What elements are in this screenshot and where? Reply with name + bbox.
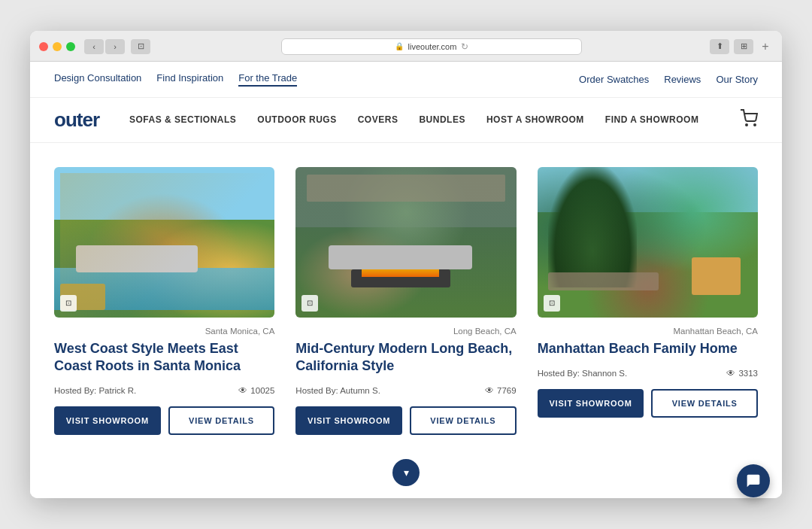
- cards-section: ⊡ Santa Monica, CA West Coast Style Meet…: [30, 143, 782, 454]
- main-nav-find-showroom[interactable]: FIND A SHOWROOM: [605, 114, 699, 125]
- eye-icon-2: 👁: [485, 385, 494, 396]
- showroom-card-3: ⊡ Manhattan Beach, CA Manhattan Beach Fa…: [538, 167, 758, 436]
- eye-icon-3: 👁: [726, 368, 735, 379]
- pergola-element: [307, 175, 505, 202]
- main-nav: outer SOFAS & SECTIONALS OUTDOOR RUGS CO…: [30, 98, 782, 143]
- card-3-visit-button[interactable]: VISIT SHOWROOM: [538, 389, 644, 418]
- image-badge-1: ⊡: [60, 295, 77, 312]
- top-nav-right: Order Swatches Reviews Our Story: [579, 74, 758, 85]
- top-nav-order-swatches[interactable]: Order Swatches: [579, 74, 649, 85]
- browser-titlebar: ‹ › ⊡ 🔒 liveouter.com ↻ ⬆ ⊞ +: [30, 31, 782, 61]
- card-1-visit-button[interactable]: VISIT SHOWROOM: [54, 406, 161, 435]
- card-1-details-button[interactable]: VIEW DETAILS: [168, 406, 275, 435]
- card-2-meta: Hosted By: Autumn S. 👁 7769: [295, 385, 516, 396]
- card-1-title: West Coast Style Meets East Coast Roots …: [54, 340, 274, 375]
- card-3-views: 👁 3313: [726, 368, 758, 379]
- browser-actions: ⬆ ⊞ +: [710, 39, 773, 54]
- top-nav-design-consultation[interactable]: Design Consultation: [54, 72, 141, 87]
- add-tab-button[interactable]: +: [758, 39, 773, 54]
- main-nav-host-showroom[interactable]: HOST A SHOWROOM: [486, 114, 584, 125]
- forward-button[interactable]: ›: [105, 39, 125, 54]
- nav-buttons: ‹ ›: [84, 39, 125, 54]
- address-bar[interactable]: 🔒 liveouter.com ↻: [281, 38, 582, 55]
- top-nav: Design Consultation Find Inspiration For…: [30, 62, 782, 98]
- card-2-views: 👁 7769: [485, 385, 517, 396]
- card-1-buttons: VISIT SHOWROOM VIEW DETAILS: [54, 406, 274, 435]
- card-1-meta: Hosted By: Patrick R. 👁 10025: [54, 385, 274, 396]
- card-3-details-button[interactable]: VIEW DETAILS: [651, 389, 758, 418]
- minimize-button[interactable]: [53, 42, 62, 51]
- reader-view-button[interactable]: ⊡: [131, 39, 150, 54]
- new-tab-tile-button[interactable]: ⊞: [734, 39, 753, 54]
- chat-bubble-button[interactable]: [737, 464, 770, 497]
- card-1-hosted-by: Hosted By: Patrick R.: [54, 386, 136, 395]
- reload-icon: ↻: [461, 41, 468, 52]
- top-nav-find-inspiration[interactable]: Find Inspiration: [156, 72, 223, 87]
- card-3-location: Manhattan Beach, CA: [538, 327, 758, 336]
- card-2-hosted-by: Hosted By: Autumn S.: [295, 386, 380, 395]
- main-nav-items: SOFAS & SECTIONALS OUTDOOR RUGS COVERS B…: [129, 114, 716, 125]
- lock-icon: 🔒: [395, 42, 404, 50]
- eye-icon-1: 👁: [238, 385, 247, 396]
- bottom-bar: ▾: [30, 453, 782, 498]
- main-nav-bundles[interactable]: BUNDLES: [419, 114, 465, 125]
- cart-icon[interactable]: [740, 109, 758, 131]
- scroll-down-button[interactable]: ▾: [392, 459, 420, 486]
- svg-point-1: [754, 124, 756, 126]
- browser-chrome: ‹ › ⊡ 🔒 liveouter.com ↻ ⬆ ⊞ +: [30, 31, 782, 62]
- main-nav-rugs[interactable]: OUTDOOR RUGS: [257, 114, 336, 125]
- main-nav-sofas[interactable]: SOFAS & SECTIONALS: [129, 114, 236, 125]
- card-3-hosted-by: Hosted By: Shannon S.: [538, 369, 628, 378]
- card-2-title: Mid-Century Modern Long Beach, Californi…: [295, 340, 516, 375]
- top-nav-left: Design Consultation Find Inspiration For…: [54, 72, 297, 87]
- top-nav-for-the-trade[interactable]: For the Trade: [238, 72, 297, 87]
- close-button[interactable]: [39, 42, 48, 51]
- card-2-location: Long Beach, CA: [295, 327, 516, 336]
- top-nav-our-story[interactable]: Our Story: [716, 74, 758, 85]
- card-2-visit-button[interactable]: VISIT SHOWROOM: [295, 406, 402, 435]
- image-badge-2: ⊡: [301, 295, 318, 312]
- card-image-2[interactable]: ⊡: [295, 167, 516, 318]
- card-3-buttons: VISIT SHOWROOM VIEW DETAILS: [538, 389, 758, 418]
- svg-point-0: [746, 124, 747, 126]
- card-3-title: Manhattan Beach Family Home: [538, 340, 758, 357]
- image-badge-3: ⊡: [544, 295, 560, 312]
- site-logo[interactable]: outer: [54, 108, 99, 132]
- browser-window: ‹ › ⊡ 🔒 liveouter.com ↻ ⬆ ⊞ + Design: [30, 31, 782, 499]
- card-2-buttons: VISIT SHOWROOM VIEW DETAILS: [295, 406, 516, 435]
- card-image-3[interactable]: ⊡: [538, 167, 758, 318]
- site-content: Design Consultation Find Inspiration For…: [30, 62, 782, 499]
- card-1-views: 👁 10025: [238, 385, 274, 396]
- cards-grid: ⊡ Santa Monica, CA West Coast Style Meet…: [54, 167, 758, 436]
- main-nav-covers[interactable]: COVERS: [358, 114, 398, 125]
- card-1-location: Santa Monica, CA: [54, 327, 274, 336]
- game-element: [692, 257, 741, 295]
- address-bar-wrapper: 🔒 liveouter.com ↻: [159, 38, 704, 55]
- card-image-1[interactable]: ⊡: [54, 167, 274, 318]
- card-3-meta: Hosted By: Shannon S. 👁 3313: [538, 368, 758, 379]
- sofa-2: [329, 245, 472, 269]
- top-nav-reviews[interactable]: Reviews: [664, 74, 701, 85]
- share-button[interactable]: ⬆: [710, 39, 729, 54]
- card-2-details-button[interactable]: VIEW DETAILS: [410, 406, 517, 435]
- showroom-card-1: ⊡ Santa Monica, CA West Coast Style Meet…: [54, 167, 274, 436]
- back-button[interactable]: ‹: [84, 39, 104, 54]
- url-text: liveouter.com: [408, 42, 457, 51]
- showroom-card-2: ⊡ Long Beach, CA Mid-Century Modern Long…: [295, 167, 516, 436]
- bench-element: [548, 272, 659, 290]
- maximize-button[interactable]: [66, 42, 75, 51]
- image-overlay-3: [538, 167, 758, 318]
- traffic-lights: [39, 42, 75, 51]
